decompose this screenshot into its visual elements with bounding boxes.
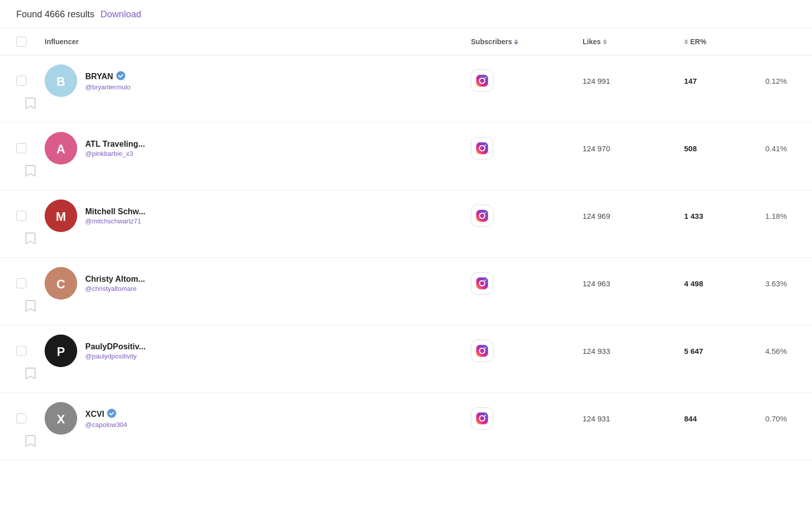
likes-cell-4: 4 498 — [684, 279, 765, 288]
download-link[interactable]: Download — [100, 9, 141, 20]
bookmark-cell-2[interactable] — [16, 165, 45, 181]
influencer-handle-5[interactable]: @paulydpositivity — [85, 352, 146, 360]
bookmark-icon-4[interactable] — [25, 300, 36, 316]
likes-cell-3: 1 433 — [684, 212, 765, 220]
influencer-info-5: PaulyDPositiv... @paulydpositivity — [85, 342, 146, 360]
influencer-column-header: Influencer — [45, 38, 471, 46]
influencer-name-6: XCVI — [85, 409, 127, 420]
influencer-handle-6[interactable]: @capolow304 — [85, 421, 127, 429]
influencer-name-4: Christy Altom... — [85, 275, 145, 284]
platform-cell-5 — [471, 340, 583, 362]
subscribers-cell-6: 124 931 — [583, 414, 684, 423]
svg-point-20 — [485, 280, 486, 281]
er-cell-4: 3.63% — [765, 279, 796, 288]
instagram-icon-6 — [471, 407, 493, 430]
er-cell-3: 1.18% — [765, 212, 796, 220]
er-column-header[interactable]: ER% — [684, 38, 765, 46]
subscribers-cell-2: 124 970 — [583, 144, 684, 153]
svg-rect-13 — [476, 210, 488, 221]
likes-cell-2: 508 — [684, 144, 765, 153]
verified-icon-6 — [107, 409, 116, 420]
bookmark-cell-5[interactable] — [16, 367, 45, 383]
influencer-info-6: XCVI @capolow304 — [85, 409, 127, 429]
likes-cell-1: 147 — [684, 77, 765, 85]
row-checkbox-cell-6[interactable] — [16, 413, 45, 423]
instagram-icon-3 — [471, 205, 493, 227]
bookmark-icon-6[interactable] — [25, 435, 36, 451]
bookmark-cell-1[interactable] — [16, 97, 45, 113]
influencer-handle-4[interactable]: @christyaltomare — [85, 285, 145, 292]
influencer-cell-3: M Mitchell Schw... @mitchschwartz71 — [45, 200, 471, 232]
subscribers-cell-3: 124 969 — [583, 212, 684, 220]
influencer-handle-1[interactable]: @bryantermulo — [85, 83, 130, 91]
table-rows-container: B BRYAN @bryantermulo — [0, 55, 812, 461]
svg-text:B: B — [56, 75, 65, 88]
er-sort-icon-left[interactable] — [684, 39, 688, 45]
avatar-3: M — [45, 200, 77, 232]
found-results-text: Found 4666 results — [16, 9, 94, 20]
svg-point-5 — [485, 77, 486, 79]
row-checkbox-cell-1[interactable] — [16, 76, 45, 86]
row-checkbox-6[interactable] — [16, 413, 26, 423]
instagram-icon-4 — [471, 272, 493, 294]
select-all-checkbox[interactable] — [16, 37, 26, 47]
platform-cell-4 — [471, 272, 583, 294]
er-cell-6: 0.70% — [765, 414, 796, 423]
influencer-cell-4: C Christy Altom... @christyaltomare — [45, 267, 471, 300]
subscribers-cell-4: 124 963 — [583, 279, 684, 288]
row-checkbox-cell-4[interactable] — [16, 278, 45, 288]
bookmark-cell-4[interactable] — [16, 300, 45, 316]
avatar-4: C — [45, 267, 77, 300]
subscribers-column-header[interactable]: Subscribers — [471, 38, 583, 46]
table-row: X XCVI @capolow304 — [0, 393, 812, 461]
bookmark-icon-3[interactable] — [25, 232, 36, 248]
platform-cell-2 — [471, 137, 583, 159]
svg-rect-8 — [476, 142, 488, 154]
bookmark-cell-3[interactable] — [16, 232, 45, 248]
likes-sort-icon[interactable] — [603, 39, 607, 45]
influencer-info-1: BRYAN @bryantermulo — [85, 71, 130, 91]
row-checkbox-1[interactable] — [16, 76, 26, 86]
bookmark-icon-1[interactable] — [25, 97, 36, 113]
influencer-name-2: ATL Traveling... — [85, 140, 145, 149]
influencer-cell-5: P PaulyDPositiv... @paulydpositivity — [45, 335, 471, 367]
row-checkbox-2[interactable] — [16, 143, 26, 153]
svg-text:P: P — [57, 345, 65, 358]
bookmark-cell-6[interactable] — [16, 435, 45, 451]
subscribers-sort-icon[interactable] — [514, 39, 518, 45]
platform-cell-1 — [471, 70, 583, 92]
influencer-info-2: ATL Traveling... @pinkbarbie_x3 — [85, 140, 145, 157]
select-all-checkbox-cell[interactable] — [16, 37, 45, 47]
bookmark-icon-2[interactable] — [25, 165, 36, 181]
likes-cell-5: 5 647 — [684, 347, 765, 355]
likes-column-header[interactable]: Likes — [583, 38, 684, 46]
table-row: C Christy Altom... @christyaltomare — [0, 258, 812, 325]
svg-point-2 — [116, 71, 125, 80]
influencer-cell-1: B BRYAN @bryantermulo — [45, 64, 471, 97]
svg-rect-29 — [476, 412, 488, 424]
er-cell-2: 0.41% — [765, 144, 796, 153]
subscribers-cell-1: 124 991 — [583, 77, 684, 85]
row-checkbox-5[interactable] — [16, 346, 26, 356]
svg-text:C: C — [56, 277, 65, 291]
row-checkbox-cell-5[interactable] — [16, 346, 45, 356]
svg-point-25 — [485, 347, 486, 349]
row-checkbox-3[interactable] — [16, 211, 26, 221]
table-row: B BRYAN @bryantermulo — [0, 55, 812, 123]
influencer-info-3: Mitchell Schw... @mitchschwartz71 — [85, 207, 146, 225]
bookmark-icon-5[interactable] — [25, 367, 36, 383]
er-cell-1: 0.12% — [765, 77, 796, 85]
row-checkbox-cell-2[interactable] — [16, 143, 45, 153]
svg-rect-3 — [476, 75, 488, 86]
er-cell-5: 4.56% — [765, 347, 796, 355]
svg-text:A: A — [56, 142, 65, 156]
results-table: Influencer Subscribers Likes ER% — [0, 28, 812, 461]
verified-icon-1 — [116, 71, 125, 82]
svg-point-15 — [485, 212, 486, 214]
influencer-handle-3[interactable]: @mitchschwartz71 — [85, 217, 146, 225]
avatar-2: A — [45, 132, 77, 165]
svg-point-31 — [485, 415, 486, 416]
influencer-handle-2[interactable]: @pinkbarbie_x3 — [85, 150, 145, 157]
row-checkbox-cell-3[interactable] — [16, 211, 45, 221]
row-checkbox-4[interactable] — [16, 278, 26, 288]
